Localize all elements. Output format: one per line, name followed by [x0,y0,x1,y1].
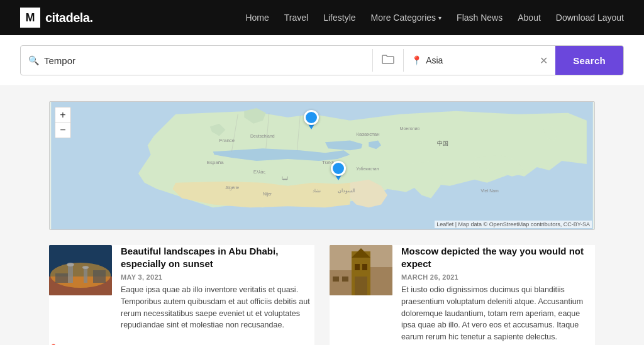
svg-rect-35 [370,267,392,295]
zoom-out-button[interactable]: − [55,123,70,138]
search-input[interactable] [44,49,365,72]
article-image-moscow [330,245,392,295]
article-title: Beautiful landscapes in Abu Dhabi, espec… [121,245,314,270]
svg-text:Ελλάς: Ελλάς [253,170,265,175]
search-section: 🔍 📍 ✕ Search [0,35,644,86]
nav-travel[interactable]: Travel [284,13,308,23]
svg-text:Nijer: Nijer [263,192,272,197]
svg-rect-26 [55,273,68,283]
article-top: Beautiful landscapes in Abu Dhabi, espec… [49,245,314,331]
article-image-abu-dhabi [49,245,112,295]
svg-text:ليبيا: ليبيا [282,176,288,180]
svg-rect-25 [82,266,89,269]
map-pin-middle-east[interactable] [330,161,347,181]
article-body-abu-dhabi: Beautiful landscapes in Abu Dhabi, espec… [121,245,314,331]
search-input-area: 🔍 [21,49,372,72]
article-body-moscow: Moscow depicted the way you would not ex… [401,245,595,343]
logo-area: M citadela. [20,8,93,28]
svg-rect-33 [355,277,367,295]
svg-rect-23 [67,263,74,266]
svg-rect-37 [342,277,348,282]
svg-text:España: España [207,160,224,165]
main-content: Казахстан Монголия 中国 Узбекистан Türkiye… [39,86,605,345]
svg-text:Deutschland: Deutschland [250,134,275,138]
map-controls: + − [55,107,71,138]
search-button[interactable]: Search [555,46,623,75]
article-card: Beautiful landscapes in Abu Dhabi, espec… [49,245,314,345]
location-area: 📍 ✕ [404,55,555,67]
svg-text:Монголия: Монголия [400,126,419,131]
svg-rect-24 [84,267,87,283]
article-description: Eaque ipsa quae ab illo inventore verita… [121,284,314,331]
svg-rect-22 [68,264,73,283]
svg-text:Казахстан: Казахстан [356,131,379,137]
nav-home[interactable]: Home [245,13,269,23]
article-card: Moscow depicted the way you would not ex… [330,245,595,345]
search-bar: 🔍 📍 ✕ Search [20,45,624,75]
location-input[interactable] [426,55,536,65]
nav-more-categories[interactable]: More Categories ▾ [371,13,442,23]
svg-text:Viet Nam: Viet Nam [481,189,499,193]
svg-rect-36 [333,277,339,282]
nav-lifestyle[interactable]: Lifestyle [323,13,355,23]
zoom-in-button[interactable]: + [55,107,70,123]
location-pin-icon: 📍 [411,55,422,65]
article-meta: MAY 3, 2021 [121,273,314,281]
svg-text:France: France [219,138,235,143]
main-nav: Home Travel Lifestyle More Categories ▾ … [245,13,624,23]
header: M citadela. Home Travel Lifestyle More C… [0,0,644,35]
nav-download-layout[interactable]: Download Layout [556,13,624,23]
map-attribution: Leaflet | Map data © OpenStreetMap contr… [435,221,592,228]
article-meta: MARCH 26, 2021 [401,273,595,281]
svg-text:Узбекистан: Узбекистан [356,167,379,171]
article-description: Et iusto odio dignissimos ducimus qui bl… [401,284,595,343]
search-icon: 🔍 [28,55,39,65]
map-container: Казахстан Монголия 中国 Узбекистан Türkiye… [49,101,595,230]
svg-text:السودان: السودان [338,188,355,194]
svg-text:Algérie: Algérie [226,185,240,190]
logo-text: citadela. [45,11,93,25]
article-top: Moscow depicted the way you would not ex… [330,245,595,343]
articles-grid: Beautiful landscapes in Abu Dhabi, espec… [49,245,595,345]
clear-location-button[interactable]: ✕ [540,55,548,67]
logo-icon: M [20,8,40,28]
nav-flash-news[interactable]: Flash News [457,13,502,23]
article-title: Moscow depicted the way you would not ex… [401,245,595,270]
svg-text:تشاد: تشاد [313,189,321,193]
svg-rect-32 [362,264,367,270]
chevron-down-icon: ▾ [438,14,441,21]
svg-rect-34 [330,270,352,295]
folder-icon[interactable] [373,54,403,67]
svg-text:中国: 中国 [437,140,448,146]
map-pin-europe[interactable] [303,110,320,130]
nav-about[interactable]: About [518,13,541,23]
svg-rect-31 [355,264,360,270]
svg-rect-27 [93,270,106,283]
